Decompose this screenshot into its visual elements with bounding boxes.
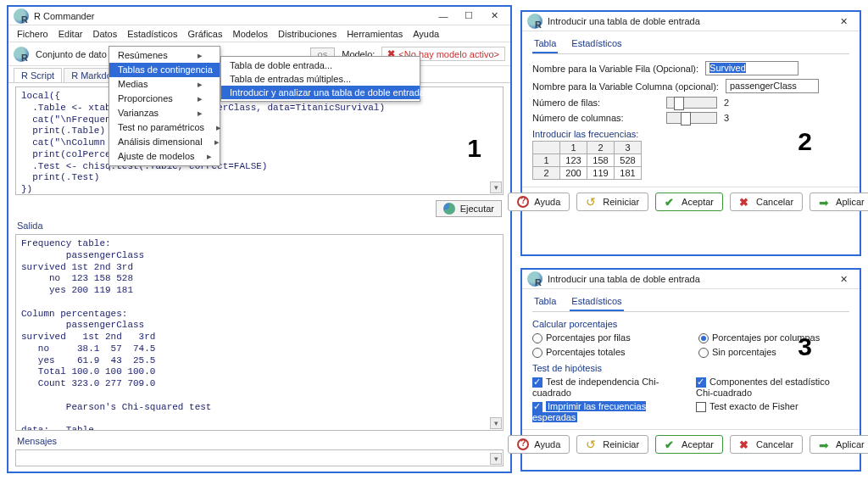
menu-tablas-contingencia[interactable]: Tablas de contingencia▸ [109, 63, 220, 77]
tab-tabla[interactable]: Tabla [532, 36, 558, 53]
menu-resumenes[interactable]: Resúmenes▸ [109, 48, 220, 63]
col-var-label: Nombre para la Variable Columna (opciona… [532, 81, 719, 92]
row-var-input[interactable]: Survived [705, 61, 798, 75]
nrows-label: Número de filas: [532, 98, 659, 108]
nrows-value: 2 [724, 98, 729, 108]
tab-rscript[interactable]: R Script [14, 68, 62, 82]
script-text[interactable]: local({ .Table <- xtabs(~survived+passen… [16, 87, 503, 195]
window-title: R Commander [34, 11, 95, 21]
check-chi[interactable]: Test de independencia Chi-cuadrado [532, 377, 686, 398]
dataset-label: Conjunto de dato [36, 49, 107, 59]
menu-herramientas[interactable]: Herramientas [347, 29, 403, 39]
apply-button[interactable]: ➡Aplicar [810, 193, 868, 211]
dialog-tabla: Introducir una tabla de doble entrada ✕ … [520, 10, 861, 256]
check-components[interactable]: Componentes del estadístico Chi-cuadrado [696, 377, 849, 398]
output-pane[interactable]: Frequency table: passengerClass survived… [15, 234, 504, 431]
reset-button[interactable]: ↺Reiniciar [576, 193, 648, 211]
salida-label: Salida [8, 219, 510, 231]
reset-icon: ↺ [586, 438, 598, 450]
freq-row-header: 2 [533, 167, 560, 180]
radio-row-pct[interactable]: Porcentajes por filas [532, 332, 683, 343]
submenu-introducir-analizar[interactable]: Introducir y analizar una tabla de doble… [221, 86, 420, 99]
apply-icon: ➡ [819, 438, 831, 450]
r-logo-icon [14, 8, 29, 24]
freq-cell[interactable]: 119 [587, 167, 615, 180]
help-button[interactable]: Ayuda [508, 193, 570, 211]
close-button[interactable]: ✕ [832, 272, 854, 286]
ok-button[interactable]: ✔Aceptar [655, 435, 723, 454]
cancel-button[interactable]: ✖Cancelar [730, 435, 803, 454]
tab-estadisticos[interactable]: Estadísticos [570, 36, 623, 53]
radio-no-pct[interactable]: Sin porcentajes [698, 347, 849, 358]
menu-ayuda[interactable]: Ayuda [413, 29, 439, 39]
titlebar: R Commander — ☐ ✕ [8, 7, 510, 25]
menu-datos[interactable]: Datos [92, 29, 117, 39]
script-pane[interactable]: local({ .Table <- xtabs(~survived+passen… [15, 87, 504, 195]
menu-graficas[interactable]: Gráficas [188, 29, 223, 39]
close-button[interactable]: ✕ [483, 9, 505, 23]
submenu-multiples[interactable]: Tabla de entradas múltiples... [221, 72, 420, 86]
hyp-legend: Test de hipótesis [532, 363, 602, 373]
tab-estadisticos[interactable]: Estadísticos [570, 294, 623, 311]
rcommander-window: R Commander — ☐ ✕ Fichero Editar Datos E… [7, 5, 512, 473]
menu-no-parametricos[interactable]: Test no paramétricos▸ [109, 120, 220, 135]
radio-col-pct[interactable]: Porcentajes por columnas [698, 332, 849, 343]
check-fisher[interactable]: Test exacto de Fisher [696, 401, 849, 422]
menu-dimensional[interactable]: Análisis dimensional▸ [109, 135, 220, 149]
reset-icon: ↺ [586, 196, 598, 208]
annotation-2: 2 [798, 127, 812, 156]
output-text: Frequency table: passengerClass survived… [16, 235, 503, 431]
row-var-label: Nombre para la Variable Fila (Opcional): [532, 64, 698, 74]
freq-col-header: 2 [587, 142, 615, 154]
maximize-button[interactable]: ☐ [458, 9, 480, 23]
menu-ajuste-modelos[interactable]: Ajuste de modelos▸ [109, 149, 220, 164]
scroll-down-icon[interactable]: ▾ [490, 417, 502, 429]
menu-estadisticos[interactable]: Estadísticos [127, 29, 177, 39]
cancel-icon: ✖ [739, 196, 751, 208]
ncols-value: 3 [724, 113, 729, 123]
scroll-down-icon[interactable]: ▾ [490, 453, 502, 465]
apply-icon: ➡ [819, 196, 831, 208]
tab-tabla[interactable]: Tabla [532, 294, 558, 311]
freq-cell[interactable]: 181 [615, 167, 642, 180]
help-icon [517, 438, 529, 450]
freq-table[interactable]: 1 2 3 1 123 158 528 2 200 119 181 [532, 141, 642, 180]
ok-button[interactable]: ✔Aceptar [655, 193, 723, 211]
menu-varianzas[interactable]: Varianzas▸ [109, 106, 220, 120]
mensajes-label: Mensajes [8, 434, 510, 446]
ncols-slider[interactable] [666, 112, 717, 124]
r-logo-icon [527, 271, 542, 287]
check-expected[interactable]: Imprimir las frecuencias esperadas [532, 401, 686, 422]
execute-button[interactable]: Ejecutar [436, 200, 502, 217]
close-button[interactable]: ✕ [832, 14, 854, 28]
ncols-label: Número de columnas: [532, 113, 659, 123]
freq-cell[interactable]: 123 [560, 154, 587, 167]
menu-fichero[interactable]: Fichero [17, 29, 48, 39]
scroll-down-icon[interactable]: ▾ [490, 181, 502, 193]
cancel-button[interactable]: ✖Cancelar [730, 193, 803, 211]
menu-medias[interactable]: Medias▸ [109, 77, 220, 92]
menu-distribuciones[interactable]: Distribuciones [278, 29, 337, 39]
menu-editar[interactable]: Editar [58, 29, 83, 39]
menu-proporciones[interactable]: Proporciones▸ [109, 92, 220, 106]
col-var-input[interactable]: passengerClass [726, 79, 819, 93]
messages-pane[interactable]: ▾ [15, 449, 504, 466]
menu-modelos[interactable]: Modelos [232, 29, 268, 39]
freq-cell[interactable]: 200 [560, 167, 587, 180]
annotation-3: 3 [798, 332, 812, 361]
freq-cell[interactable]: 528 [615, 154, 642, 167]
submenu-doble-entrada[interactable]: Tabla de doble entrada... [221, 59, 420, 72]
radio-total-pct[interactable]: Porcentajes totales [532, 347, 683, 358]
reset-button[interactable]: ↺Reiniciar [576, 435, 648, 454]
help-icon [517, 196, 529, 208]
apply-button[interactable]: ➡Aplicar [810, 435, 868, 454]
nrows-slider[interactable] [666, 97, 717, 109]
freq-cell[interactable]: 158 [587, 154, 615, 167]
dialog-estadisticos: Introducir una tabla de doble entrada ✕ … [520, 268, 861, 472]
help-button[interactable]: Ayuda [508, 435, 570, 454]
cancel-icon: ✖ [739, 438, 751, 450]
annotation-1: 1 [467, 134, 481, 163]
dialog-title: Introducir una tabla de doble entrada [548, 274, 700, 284]
freq-row: 2 200 119 181 [533, 167, 642, 180]
minimize-button[interactable]: — [432, 9, 454, 23]
